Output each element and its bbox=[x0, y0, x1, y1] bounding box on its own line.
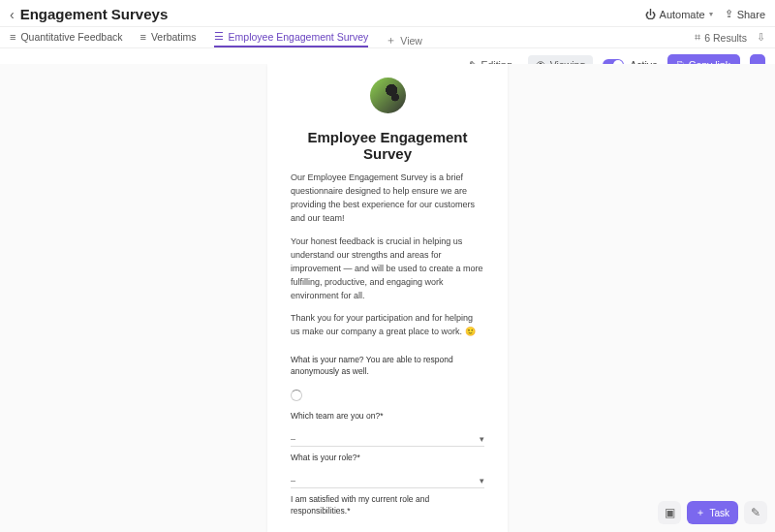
form-canvas: Employee Engagement Survey Our Employee … bbox=[0, 64, 775, 532]
top-bar-left: ‹ Engagement Surveys bbox=[10, 6, 168, 22]
results-count: ⌗ 6 Results bbox=[695, 31, 747, 44]
tab-label: Verbatims bbox=[151, 31, 197, 43]
tab-label: Quantitative Feedback bbox=[20, 31, 122, 43]
tab-label: Employee Engagement Survey bbox=[229, 31, 369, 43]
back-arrow-icon[interactable]: ‹ bbox=[10, 7, 15, 22]
question-label: What is your role? bbox=[291, 453, 484, 464]
add-view-button[interactable]: ＋ View bbox=[386, 34, 422, 47]
task-label: Task bbox=[709, 508, 729, 518]
tab-verbatims[interactable]: ≡ Verbatims bbox=[140, 27, 196, 47]
chevron-down-icon: ▾ bbox=[480, 476, 484, 485]
question-label: I am satisfied with my current role and … bbox=[291, 494, 484, 517]
chevron-down-icon: ▾ bbox=[480, 434, 484, 444]
tabs-right: ⌗ 6 Results ⇩ bbox=[695, 31, 765, 44]
form-icon: ☰ bbox=[214, 30, 224, 43]
tab-employee-engagement-survey[interactable]: ☰ Employee Engagement Survey bbox=[214, 27, 369, 47]
clip-icon: ▣ bbox=[665, 506, 675, 519]
tabs-bar: ≡ Quantitative Feedback ≡ Verbatims ☰ Em… bbox=[0, 27, 775, 48]
select-placeholder: – bbox=[291, 434, 295, 444]
tab-quantitative-feedback[interactable]: ≡ Quantitative Feedback bbox=[10, 27, 122, 47]
record-clip-button[interactable]: ▣ bbox=[658, 501, 681, 524]
list-icon: ≡ bbox=[140, 31, 145, 43]
share-button[interactable]: ⇪ Share bbox=[725, 8, 765, 20]
form-card: Employee Engagement Survey Our Employee … bbox=[267, 64, 508, 532]
plus-icon: ＋ bbox=[386, 34, 396, 47]
question-label: What is your name? You are able to respo… bbox=[291, 355, 484, 378]
form-paragraph: Your honest feedback is crucial in helpi… bbox=[291, 235, 484, 303]
form-title: Employee Engagement Survey bbox=[267, 123, 508, 172]
form-paragraph: Our Employee Engagement Survey is a brie… bbox=[291, 172, 484, 226]
question-name: What is your name? You are able to respo… bbox=[267, 349, 508, 405]
form-cover-image bbox=[370, 78, 406, 113]
share-icon: ⇪ bbox=[725, 8, 733, 20]
select-input[interactable]: – ▾ bbox=[291, 529, 484, 532]
top-bar-right: ⏻ Automate ▾ ⇪ Share bbox=[645, 8, 765, 20]
download-icon[interactable]: ⇩ bbox=[757, 31, 765, 44]
fab-row: ▣ ＋ Task ✎ bbox=[658, 501, 767, 524]
workspace-title: Engagement Surveys bbox=[20, 6, 169, 22]
hash-icon: ⌗ bbox=[695, 31, 700, 44]
top-bar: ‹ Engagement Surveys ⏻ Automate ▾ ⇪ Shar… bbox=[0, 0, 775, 27]
form-paragraph: Thank you for your participation and for… bbox=[291, 312, 484, 339]
plus-icon: ＋ bbox=[696, 506, 705, 519]
share-label: Share bbox=[737, 9, 765, 20]
select-input[interactable]: – ▾ bbox=[291, 434, 484, 447]
select-placeholder: – bbox=[291, 476, 295, 485]
loading-spinner-icon bbox=[291, 390, 302, 401]
chevron-down-icon: ▾ bbox=[480, 529, 484, 532]
question-satisfied: I am satisfied with my current role and … bbox=[267, 488, 508, 532]
note-icon: ✎ bbox=[751, 506, 760, 519]
select-placeholder: – bbox=[291, 529, 295, 532]
automate-label: Automate bbox=[660, 9, 705, 20]
notepad-button[interactable]: ✎ bbox=[744, 501, 767, 524]
bolt-icon: ⏻ bbox=[645, 9, 656, 20]
question-team: Which team are you on? – ▾ bbox=[267, 405, 508, 447]
form-description: Our Employee Engagement Survey is a brie… bbox=[267, 172, 508, 339]
new-task-button[interactable]: ＋ Task bbox=[687, 501, 738, 524]
question-role: What is your role? – ▾ bbox=[267, 447, 508, 488]
chevron-down-icon: ▾ bbox=[709, 10, 713, 18]
list-icon: ≡ bbox=[10, 31, 16, 43]
select-input[interactable]: – ▾ bbox=[291, 476, 484, 488]
automate-button[interactable]: ⏻ Automate ▾ bbox=[645, 9, 713, 20]
tabs-list: ≡ Quantitative Feedback ≡ Verbatims ☰ Em… bbox=[10, 27, 422, 47]
add-view-label: View bbox=[400, 35, 422, 47]
question-label: Which team are you on? bbox=[291, 411, 484, 422]
